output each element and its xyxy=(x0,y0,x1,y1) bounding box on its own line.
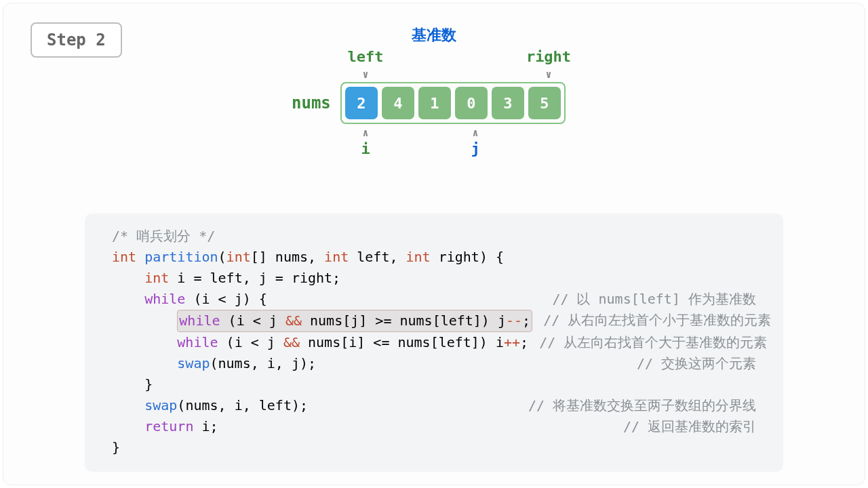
code-return-type: int xyxy=(112,249,136,265)
code-decl: i = left, j = right; xyxy=(169,270,340,286)
step-badge: Step 2 xyxy=(31,22,122,58)
code-brace-close: } xyxy=(112,439,120,455)
arrow-down-icon: ∨ xyxy=(545,68,551,81)
code-fn-name: partition xyxy=(144,249,218,265)
step-label: Step 2 xyxy=(47,30,106,49)
code-params: (int[] nums, int left, int right) { xyxy=(218,249,504,265)
arrow-up-icon: ∧ xyxy=(472,127,478,139)
array-cell: 1 xyxy=(418,87,451,119)
array-visualization: 基准数 left right ∨ ∨ nums 241035 ∧ ∧ i xyxy=(292,25,576,161)
code-return-kw: return xyxy=(144,418,193,434)
array-cell: 3 xyxy=(492,87,524,119)
array-cell: 0 xyxy=(455,87,488,119)
code-kw-int: int xyxy=(144,270,169,286)
code-brace-close-inner: } xyxy=(144,376,153,392)
arrow-down-icon: ∨ xyxy=(362,68,368,81)
code-comment-header: /* 哨兵划分 */ xyxy=(112,228,215,244)
j-pointer-label: j xyxy=(471,140,479,157)
code-inner-while-2: while (i < j && nums[i] <= nums[left]) i… xyxy=(177,334,528,350)
arrow-up-icon: ∧ xyxy=(362,127,368,139)
top-arrow-row: ∨ ∨ xyxy=(292,68,576,82)
bottom-pointer-row: i j xyxy=(292,140,576,161)
array-cell: 5 xyxy=(528,87,561,119)
bottom-arrow-row: ∧ ∧ xyxy=(292,127,576,140)
code-inner-while-1-highlight: while (i < j && nums[j] >= nums[left]) j… xyxy=(177,310,532,332)
top-pointer-row: left right xyxy=(292,48,576,68)
diagram-canvas: Step 2 基准数 left right ∨ ∨ nums 241035 ∧ … xyxy=(3,3,865,485)
code-comment-1: // 从右向左找首个小于基准数的元素 xyxy=(532,310,771,332)
code-comment-2: // 从左向右找首个大于基准数的元素 xyxy=(528,332,767,353)
pivot-label: 基准数 xyxy=(292,25,576,45)
nums-label: nums xyxy=(292,94,331,113)
code-comment-5: // 返回基准数的索引 xyxy=(612,416,756,437)
i-pointer-label: i xyxy=(361,140,370,157)
code-block: /* 哨兵划分 */ int partition(int[] nums, int… xyxy=(85,214,783,472)
code-comment-3: // 交换这两个元素 xyxy=(626,353,756,374)
code-swap-outer: swap(nums, i, left); xyxy=(144,397,308,413)
code-swap-inner: swap(nums, i, j); xyxy=(177,355,316,371)
code-while-outer: while (i < j) { xyxy=(144,291,267,307)
code-comment-4: // 将基准数交换至两子数组的分界线 xyxy=(517,395,756,416)
code-comment-0: // 以 nums[left] 作为基准数 xyxy=(541,289,756,310)
nums-row: nums 241035 xyxy=(292,82,576,124)
left-pointer-label: left xyxy=(348,48,384,65)
right-pointer-label: right xyxy=(526,48,571,65)
array-boxes: 241035 xyxy=(340,82,566,124)
array-cell: 4 xyxy=(382,87,414,119)
code-return-rest: i; xyxy=(193,418,218,434)
array-cell: 2 xyxy=(345,87,378,119)
